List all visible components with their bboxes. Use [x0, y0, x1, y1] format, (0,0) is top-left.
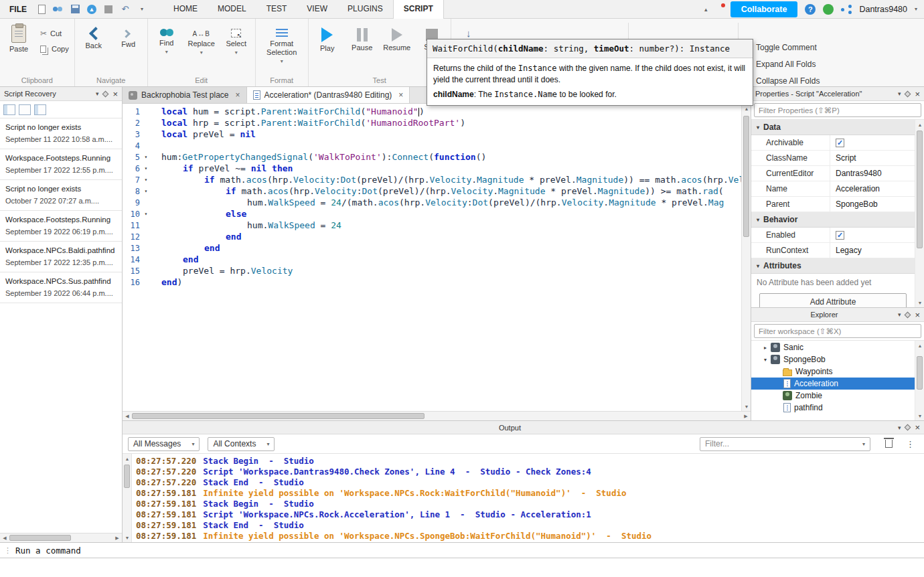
scroll-left-icon[interactable]: ◀: [123, 412, 132, 421]
drag-handle-icon[interactable]: ⋮: [4, 546, 10, 555]
pin-icon[interactable]: [905, 311, 911, 318]
close-icon[interactable]: ×: [915, 423, 920, 432]
close-tab-icon[interactable]: ×: [398, 90, 403, 100]
pin-icon[interactable]: [905, 424, 911, 431]
cut-button[interactable]: ✂Cut: [37, 28, 72, 39]
property-value[interactable]: SpongeBob: [830, 197, 915, 212]
section-collapse-icon[interactable]: ▾: [757, 217, 759, 223]
scroll-down-icon[interactable]: ▼: [123, 533, 132, 542]
fold-arrow-icon[interactable]: ▾: [140, 154, 152, 160]
code-line-14[interactable]: 14end: [123, 254, 741, 265]
code-line-12[interactable]: 12end: [123, 231, 741, 242]
scroll-up-icon[interactable]: ▲: [123, 454, 132, 463]
editor-gutter[interactable]: 13: [123, 244, 161, 253]
explorer-item-waypoints[interactable]: Waypoints: [751, 365, 915, 378]
add-attribute-button[interactable]: Add Attribute: [759, 293, 907, 307]
output-line[interactable]: 08:27:59.181Stack End - Studio: [136, 520, 920, 531]
file-menu[interactable]: FILE: [0, 5, 36, 14]
clear-output-icon[interactable]: [885, 440, 893, 448]
output-line[interactable]: 08:27:59.181Infinite yield possible on '…: [136, 488, 920, 499]
recovery-item[interactable]: Script no longer existsSeptember 11 2022…: [0, 118, 122, 149]
tab-model[interactable]: MODEL: [208, 0, 256, 19]
command-bar-text[interactable]: Run a command: [15, 546, 81, 556]
scroll-thumb[interactable]: [132, 413, 425, 419]
close-icon[interactable]: ×: [915, 311, 920, 319]
tab-view[interactable]: VIEW: [297, 0, 337, 19]
explorer-item-pathfind[interactable]: pathfind: [751, 402, 915, 414]
editor-gutter[interactable]: 9: [123, 198, 161, 208]
editor-gutter[interactable]: 6▾: [123, 164, 161, 173]
explorer-item-spongebob[interactable]: ▾SpongeBob: [751, 353, 915, 365]
enabled-checkbox[interactable]: ✓: [836, 231, 844, 240]
fold-arrow-icon[interactable]: ▾: [140, 188, 152, 194]
editor-gutter[interactable]: 11: [123, 221, 161, 230]
code-line-11[interactable]: 11hum.WalkSpeed = 24: [123, 220, 741, 231]
select-button[interactable]: ↖ Select ▾: [220, 23, 252, 76]
editor-gutter[interactable]: 5▾: [123, 153, 161, 162]
tab-home[interactable]: HOME: [163, 0, 208, 19]
editor-tab-place[interactable]: Backrophobia Test place ×: [123, 87, 247, 103]
editor-gutter[interactable]: 15: [123, 266, 161, 276]
scroll-down-icon[interactable]: ▼: [915, 411, 924, 420]
properties-section-data[interactable]: ▾Data: [751, 120, 915, 135]
editor-vscrollbar[interactable]: ▲ ▼: [741, 104, 751, 411]
recovery-item[interactable]: Workspace.Footsteps.RunningSeptember 17 …: [0, 149, 122, 180]
username[interactable]: Dantras9480: [859, 5, 907, 14]
code-line-16[interactable]: 16end): [123, 276, 741, 288]
editor-gutter[interactable]: 8▾: [123, 187, 161, 196]
properties-filter-input[interactable]: [754, 103, 921, 117]
collaborate-button[interactable]: Collaborate: [730, 1, 798, 17]
pin-icon[interactable]: [102, 90, 109, 97]
output-line[interactable]: 08:27:59.181Infinite yield possible on '…: [136, 531, 920, 542]
find-button[interactable]: Find ▾: [151, 23, 183, 76]
editor-gutter[interactable]: 14: [123, 255, 161, 264]
close-tab-icon[interactable]: ×: [236, 90, 240, 100]
code-line-4[interactable]: 4: [123, 140, 741, 151]
code-line-10[interactable]: 10▾else: [123, 208, 741, 220]
code-line-15[interactable]: 15preVel = hrp.Velocity: [123, 265, 741, 276]
code-line-8[interactable]: 8▾if math.acos(hrp.Velocity:Dot(preVel)/…: [123, 185, 741, 197]
fold-arrow-icon[interactable]: ▾: [140, 177, 152, 183]
scroll-thumb[interactable]: [917, 356, 923, 390]
toggle-comment-button[interactable]: Toggle Comment: [742, 43, 820, 52]
panel-dropdown-icon[interactable]: ▾: [898, 311, 901, 318]
format-selection-button[interactable]: Format Selection ▾: [258, 23, 305, 76]
play-button[interactable]: Play: [311, 23, 343, 76]
section-collapse-icon[interactable]: ▾: [757, 125, 759, 131]
pin-icon[interactable]: [905, 90, 911, 97]
recovery-item[interactable]: Workspace.NPCs.Baldi.pathfindSeptember 1…: [0, 242, 122, 272]
help-icon[interactable]: ?: [805, 4, 816, 15]
output-filter-input[interactable]: Filter... ▾: [700, 437, 870, 451]
panel-dropdown-icon[interactable]: ▾: [96, 90, 99, 97]
collapse-all-folds-button[interactable]: Collapse All Folds: [742, 76, 820, 86]
team-create-button[interactable]: [53, 4, 64, 15]
panel-dropdown-icon[interactable]: ▾: [898, 90, 901, 97]
close-icon[interactable]: ×: [915, 90, 920, 98]
editor-gutter[interactable]: 4: [123, 141, 161, 151]
fold-arrow-icon[interactable]: ▾: [140, 211, 152, 217]
editor-gutter[interactable]: 7▾: [123, 175, 161, 185]
scroll-thumb[interactable]: [917, 131, 923, 248]
output-menu-icon[interactable]: ⋮: [906, 439, 915, 449]
code-lines[interactable]: 1local hum = script.Parent:WaitForChild(…: [123, 104, 741, 411]
explorer-item-sanic[interactable]: ▸Sanic: [751, 341, 915, 353]
property-value[interactable]: Legacy: [830, 243, 915, 258]
code-line-13[interactable]: 13end: [123, 242, 741, 254]
select-dropdown-icon[interactable]: ▾: [235, 50, 238, 56]
scroll-thumb[interactable]: [743, 116, 749, 237]
properties-vscrollbar[interactable]: ▲ ▼: [915, 120, 924, 307]
quick-access-dropdown[interactable]: ▾: [137, 4, 147, 15]
code-line-9[interactable]: 9hum.WalkSpeed = 24/(math.acos(hrp.Veloc…: [123, 197, 741, 208]
recovery-save-icon[interactable]: [3, 104, 15, 115]
scroll-thumb[interactable]: [9, 535, 71, 541]
recovery-layout-icon[interactable]: [34, 104, 46, 115]
format-dropdown-icon[interactable]: ▾: [281, 58, 283, 64]
explorer-item-acceleration[interactable]: Acceleration: [751, 378, 915, 390]
pause-button[interactable]: Pause: [346, 23, 378, 76]
find-dropdown-icon[interactable]: ▾: [165, 49, 168, 55]
scroll-up-icon[interactable]: ▲: [915, 341, 924, 350]
recovery-item[interactable]: Script no longer existsOctober 7 2022 07…: [0, 180, 122, 211]
new-file-button[interactable]: [36, 4, 47, 15]
explorer-filter-input[interactable]: [754, 324, 921, 338]
messages-filter-dropdown[interactable]: All Messages ▾: [128, 437, 200, 451]
